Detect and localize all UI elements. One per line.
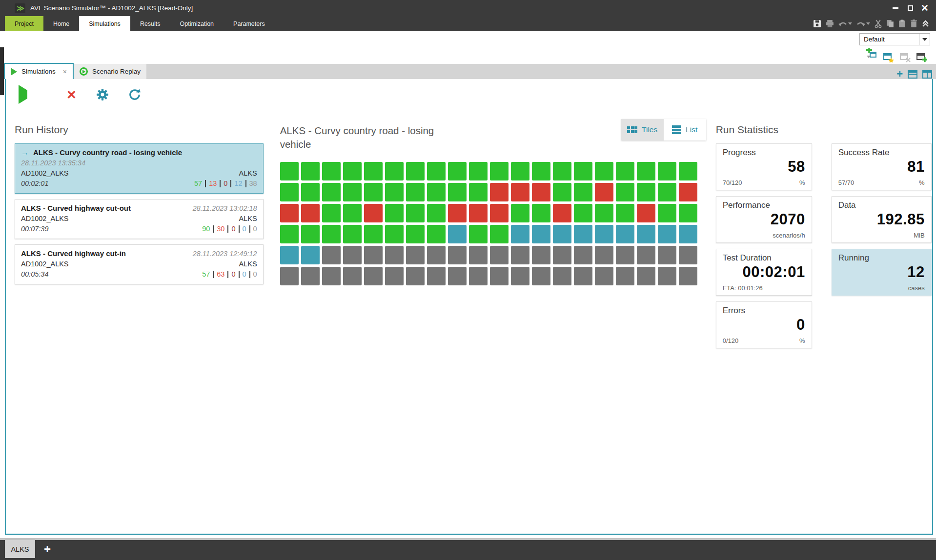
remove-view-button[interactable] — [900, 53, 911, 62]
scenario-tile-pending[interactable] — [553, 267, 571, 285]
scenario-tile-success[interactable] — [469, 183, 488, 201]
scenario-tile-pending[interactable] — [280, 267, 299, 285]
scenario-tile-failed[interactable] — [532, 183, 550, 201]
scenario-tile-success[interactable] — [364, 183, 383, 201]
scenario-tile-success[interactable] — [616, 183, 634, 201]
scenario-tile-success[interactable] — [595, 162, 613, 180]
settings-button[interactable] — [96, 88, 109, 101]
save-button[interactable] — [813, 20, 821, 28]
scenario-tile-success[interactable] — [322, 183, 341, 201]
scenario-tile-pending[interactable] — [364, 267, 383, 285]
scenario-tile-pending[interactable] — [301, 267, 320, 285]
scenario-tile-success[interactable] — [490, 162, 509, 180]
maximize-button[interactable] — [903, 2, 917, 15]
scenario-tile-success[interactable] — [301, 162, 320, 180]
scenario-tile-success[interactable] — [301, 225, 320, 243]
scenario-tile-success[interactable] — [448, 162, 467, 180]
scenario-tile-pending[interactable] — [427, 267, 446, 285]
run-card[interactable]: →ALKS - Curvy country road - losing vehi… — [15, 143, 264, 194]
scenario-tile-pending[interactable] — [406, 246, 425, 264]
collapse-ribbon-button[interactable] — [922, 20, 929, 27]
scenario-tile-running[interactable] — [637, 225, 655, 243]
scenario-tile-pending[interactable] — [364, 246, 383, 264]
scenario-tile-pending[interactable] — [595, 246, 613, 264]
scenario-tile-pending[interactable] — [448, 267, 467, 285]
scenario-tile-success[interactable] — [406, 183, 425, 201]
scenario-tile-pending[interactable] — [406, 267, 425, 285]
ribbon-tab-simulations[interactable]: Simulations — [79, 16, 130, 31]
add-tab-button[interactable]: + — [896, 69, 903, 79]
scenario-tile-pending[interactable] — [679, 267, 697, 285]
scenario-tile-success[interactable] — [532, 162, 550, 180]
scenario-tile-success[interactable] — [385, 162, 404, 180]
scenario-tile-pending[interactable] — [616, 267, 634, 285]
scenario-tile-failed[interactable] — [490, 204, 509, 222]
scenario-tile-success[interactable] — [280, 183, 299, 201]
scenario-tile-running[interactable] — [553, 225, 571, 243]
set-default-view-button[interactable] — [883, 53, 894, 62]
ribbon-tab-results[interactable]: Results — [130, 16, 170, 31]
scenario-tile-failed[interactable] — [280, 204, 299, 222]
scenario-tile-failed[interactable] — [490, 183, 509, 201]
scenario-tile-success[interactable] — [364, 225, 383, 243]
scenario-tile-failed[interactable] — [301, 204, 320, 222]
scenario-tile-success[interactable] — [427, 204, 446, 222]
scenario-tile-running[interactable] — [679, 225, 697, 243]
run-button[interactable] — [19, 90, 27, 99]
scenario-tile-success[interactable] — [322, 162, 341, 180]
scenario-tile-failed[interactable] — [364, 204, 383, 222]
ribbon-tab-home[interactable]: Home — [43, 16, 79, 31]
scenario-tile-pending[interactable] — [343, 267, 362, 285]
scenario-tile-success[interactable] — [679, 162, 697, 180]
scenario-tile-success[interactable] — [574, 204, 592, 222]
scenario-tile-pending[interactable] — [574, 246, 592, 264]
scenario-tile-pending[interactable] — [469, 246, 488, 264]
list-view-button[interactable]: List — [664, 119, 706, 140]
doc-tab-scenario-replay[interactable]: Scenario Replay — [74, 64, 146, 79]
scenario-tile-success[interactable] — [637, 162, 655, 180]
scenario-tile-running[interactable] — [448, 225, 467, 243]
scenario-tile-pending[interactable] — [343, 246, 362, 264]
scenario-tile-success[interactable] — [406, 204, 425, 222]
split-vertical-button[interactable] — [922, 70, 932, 79]
scenario-tile-success[interactable] — [532, 204, 550, 222]
scenario-tile-success[interactable] — [364, 162, 383, 180]
scenario-tile-pending[interactable] — [595, 267, 613, 285]
redo-dropdown-icon[interactable] — [866, 22, 870, 25]
scenario-tile-failed[interactable] — [553, 204, 571, 222]
split-horizontal-button[interactable] — [908, 70, 917, 79]
scenario-tile-pending[interactable] — [427, 246, 446, 264]
scenario-tile-pending[interactable] — [511, 246, 529, 264]
doc-tab-simulations[interactable]: Simulations × — [4, 63, 74, 79]
workspace-selector[interactable]: Default — [859, 33, 930, 45]
scenario-tile-success[interactable] — [658, 183, 676, 201]
scenario-tile-pending[interactable] — [532, 267, 550, 285]
scenario-tile-success[interactable] — [553, 183, 571, 201]
scenario-tile-success[interactable] — [427, 162, 446, 180]
scenario-tile-failed[interactable] — [679, 183, 697, 201]
scenario-tile-success[interactable] — [679, 204, 697, 222]
scenario-tile-success[interactable] — [469, 225, 488, 243]
workspace-selector-dropdown[interactable] — [919, 34, 930, 45]
scenario-tile-success[interactable] — [469, 162, 488, 180]
scenario-tile-failed[interactable] — [511, 183, 529, 201]
scenario-tile-running[interactable] — [616, 225, 634, 243]
scenario-tile-success[interactable] — [280, 225, 299, 243]
scenario-tile-success[interactable] — [406, 225, 425, 243]
cut-button[interactable] — [875, 20, 882, 28]
new-window-button[interactable] — [916, 53, 927, 62]
close-button[interactable]: ✕ — [917, 2, 932, 15]
scenario-tile-success[interactable] — [280, 162, 299, 180]
scenario-tile-pending[interactable] — [658, 246, 676, 264]
scenario-tile-pending[interactable] — [616, 246, 634, 264]
refresh-button[interactable] — [128, 88, 141, 101]
scenario-tile-pending[interactable] — [532, 246, 550, 264]
scenario-tile-success[interactable] — [385, 225, 404, 243]
scenario-tile-success[interactable] — [616, 204, 634, 222]
scenario-tile-running[interactable] — [595, 225, 613, 243]
scenario-tile-failed[interactable] — [448, 204, 467, 222]
scenario-tile-running[interactable] — [301, 246, 320, 264]
abort-button[interactable]: ✕ — [66, 89, 77, 100]
scenario-tile-success[interactable] — [385, 183, 404, 201]
scenario-tile-pending[interactable] — [679, 246, 697, 264]
